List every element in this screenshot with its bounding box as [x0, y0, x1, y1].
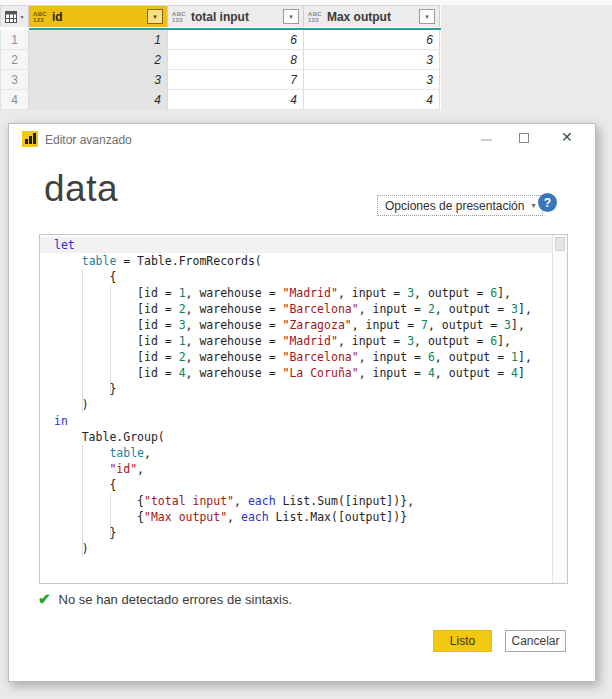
table-cell[interactable]: 8 — [168, 50, 304, 70]
chevron-down-icon: ▼ — [20, 14, 25, 20]
table-row: 3373 — [0, 70, 441, 90]
row-number[interactable]: 2 — [0, 50, 29, 70]
column-label: id — [52, 10, 147, 24]
cancel-button[interactable]: Cancelar — [505, 630, 566, 652]
preview-table-body: 1166228333734444 — [0, 30, 441, 110]
code-line: table, — [54, 445, 552, 461]
table-cell[interactable]: 4 — [29, 90, 168, 110]
table-cell[interactable]: 1 — [29, 30, 168, 50]
code-line: [id = 1, warehouse = "Madrid", input = 3… — [54, 285, 552, 301]
code-line: } — [54, 525, 552, 541]
advanced-editor-dialog: Editor avanzado ✕ data Opciones de prese… — [8, 123, 596, 682]
table-row: 4444 — [0, 90, 441, 110]
query-preview-table: ▼ ABC123id▼ABC123total input▼ABC123Max o… — [0, 5, 441, 110]
table-cell[interactable]: 4 — [304, 90, 440, 110]
table-cell[interactable]: 3 — [304, 50, 440, 70]
filter-dropdown-button[interactable]: ▼ — [147, 9, 163, 24]
display-options-dropdown[interactable]: Opciones de presentación ▾ — [377, 195, 543, 216]
filter-dropdown-button[interactable]: ▼ — [419, 9, 435, 24]
maximize-icon[interactable] — [519, 133, 529, 143]
row-number[interactable]: 1 — [0, 30, 29, 50]
help-button[interactable]: ? — [538, 193, 557, 212]
data-type-icon: ABC123 — [33, 11, 47, 23]
query-name-title: data — [44, 168, 118, 210]
dialog-titlebar[interactable]: Editor avanzado ✕ — [9, 124, 595, 154]
code-line: {"Max output", each List.Max([output])} — [54, 509, 552, 525]
m-code-editor[interactable]: let table = Table.FromRecords( { [id = 1… — [39, 234, 568, 584]
data-type-icon: ABC123 — [308, 11, 322, 23]
code-line: } — [54, 381, 552, 397]
column-header-id[interactable]: ABC123id▼ — [29, 5, 168, 27]
table-cell[interactable]: 6 — [168, 30, 304, 50]
preview-table-header: ▼ ABC123id▼ABC123total input▼ABC123Max o… — [0, 5, 441, 27]
code-line: [id = 2, warehouse = "Barcelona", input … — [54, 349, 552, 365]
data-type-icon: ABC123 — [172, 11, 186, 23]
code-line: "id", — [54, 461, 552, 477]
table-cell[interactable]: 6 — [304, 30, 440, 50]
code-line: let — [54, 237, 552, 253]
row-number[interactable]: 4 — [0, 90, 29, 110]
table-cell[interactable]: 3 — [304, 70, 440, 90]
code-line: Table.Group( — [54, 429, 552, 445]
code-line: ) — [54, 541, 552, 557]
filter-dropdown-button[interactable]: ▼ — [283, 9, 299, 24]
table-cell[interactable]: 4 — [168, 90, 304, 110]
table-row: 2283 — [0, 50, 441, 70]
table-cell[interactable]: 3 — [29, 70, 168, 90]
code-line: {"total input", each List.Sum([input])}, — [54, 493, 552, 509]
syntax-status: ✔ No se han detectado errores de sintaxi… — [38, 590, 292, 608]
code-line: ) — [54, 397, 552, 413]
table-cell[interactable]: 7 — [168, 70, 304, 90]
code-line: [id = 1, warehouse = "Madrid", input = 3… — [54, 333, 552, 349]
close-icon[interactable]: ✕ — [561, 129, 573, 145]
done-button[interactable]: Listo — [433, 630, 492, 652]
editor-scrollbar[interactable] — [552, 235, 567, 583]
code-line: [id = 4, warehouse = "La Coruña", input … — [54, 365, 552, 381]
display-options-label: Opciones de presentación — [385, 199, 524, 213]
powerbi-logo-icon — [22, 131, 38, 147]
column-label: total input — [191, 10, 283, 24]
code-line: table = Table.FromRecords( — [54, 253, 552, 269]
minimize-icon — [481, 139, 492, 141]
table-row: 1166 — [0, 30, 441, 50]
check-icon: ✔ — [38, 590, 51, 608]
code-line: [id = 2, warehouse = "Barcelona", input … — [54, 301, 552, 317]
dialog-title: Editor avanzado — [45, 133, 132, 147]
chevron-down-icon: ▾ — [531, 201, 535, 210]
column-header-total-input[interactable]: ABC123total input▼ — [168, 5, 304, 27]
table-icon — [5, 11, 19, 23]
table-menu-button[interactable]: ▼ — [0, 5, 29, 27]
scrollbar-thumb[interactable] — [555, 237, 565, 251]
status-text: No se han detectado errores de sintaxis. — [59, 592, 292, 607]
question-mark-icon: ? — [544, 196, 551, 210]
code-line: [id = 3, warehouse = "Zaragoza", input =… — [54, 317, 552, 333]
column-header-Max-output[interactable]: ABC123Max output▼ — [304, 5, 440, 27]
row-number[interactable]: 3 — [0, 70, 29, 90]
code-line: { — [54, 269, 552, 285]
code-line: in — [54, 413, 552, 429]
column-label: Max output — [327, 10, 419, 24]
code-line: { — [54, 477, 552, 493]
table-cell[interactable]: 2 — [29, 50, 168, 70]
code-content[interactable]: let table = Table.FromRecords( { [id = 1… — [40, 237, 552, 557]
